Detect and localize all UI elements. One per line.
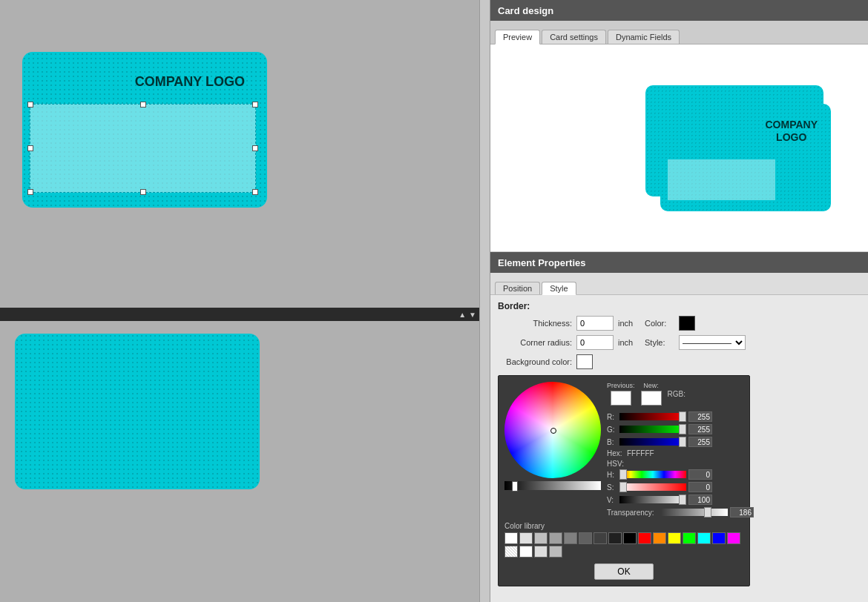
thickness-input[interactable] <box>576 316 614 331</box>
handle-ml[interactable] <box>27 145 33 151</box>
scroll-down-arrow[interactable]: ▼ <box>467 311 478 319</box>
cl-swatch-17[interactable] <box>519 546 533 558</box>
bg-color-swatch[interactable] <box>576 354 593 369</box>
handle-mr[interactable] <box>252 145 258 151</box>
cl-swatch-1[interactable] <box>519 532 533 544</box>
scroll-up-arrow[interactable]: ▲ <box>457 311 467 319</box>
cl-swatch-11[interactable] <box>668 532 681 544</box>
cl-swatch-8[interactable] <box>623 532 637 544</box>
transparency-row: Transparency: <box>607 507 754 517</box>
hsv-s-value[interactable] <box>688 482 712 492</box>
tab-preview[interactable]: Preview <box>495 30 540 44</box>
cl-swatch-2[interactable] <box>534 532 548 544</box>
cp-top: Previous: New: RGB: R: <box>504 382 743 517</box>
rgb-r-row: R: <box>607 411 754 422</box>
handle-tm[interactable] <box>140 102 146 108</box>
cp-new-swatch[interactable] <box>641 391 662 406</box>
cl-swatch-15[interactable] <box>727 532 740 544</box>
top-tabs: Preview Card settings Dynamic Fields <box>490 21 868 44</box>
hsv-h-value[interactable] <box>688 469 712 480</box>
handle-tr[interactable] <box>252 102 258 108</box>
preview-area: COMPANYLOGO <box>490 44 868 252</box>
hsv-v-row: V: <box>607 494 754 505</box>
bottom-card-dots <box>15 334 260 489</box>
border-color-swatch[interactable] <box>679 316 695 331</box>
color-label: Color: <box>645 319 674 328</box>
color-library-label: Color library <box>504 522 743 530</box>
rgb-r-value[interactable] <box>688 411 712 422</box>
tab-position[interactable]: Position <box>495 282 540 294</box>
cp-wheel-container <box>504 382 601 517</box>
handle-tl[interactable] <box>27 102 33 108</box>
card-design-header: Card design <box>490 0 868 21</box>
hsv-s-slider[interactable] <box>619 483 686 491</box>
rgb-r-label: R: <box>607 413 617 421</box>
tab-card-settings[interactable]: Card settings <box>542 30 606 44</box>
cl-swatch-3[interactable] <box>549 532 562 544</box>
transparency-slider[interactable] <box>661 509 728 516</box>
cp-previous-swatch[interactable] <box>611 391 631 406</box>
cp-rgb-title: RGB: <box>668 390 685 398</box>
handle-bl[interactable] <box>27 189 33 195</box>
cl-swatch-14[interactable] <box>712 532 726 544</box>
lightness-thumb <box>512 481 518 492</box>
canvas-scrollbar[interactable] <box>479 0 490 602</box>
hsv-s-label: S: <box>607 483 617 492</box>
rgb-g-value[interactable] <box>688 424 712 434</box>
hsv-v-value[interactable] <box>688 494 712 505</box>
cp-lightness-bar[interactable] <box>504 481 601 490</box>
hsv-h-row: H: <box>607 469 754 480</box>
cl-swatch-10[interactable] <box>653 532 666 544</box>
props-tabs: Position Style <box>490 273 868 295</box>
cl-swatch-5[interactable] <box>579 532 592 544</box>
cp-crosshair <box>550 428 556 434</box>
right-panel: Card design Preview Card settings Dynami… <box>490 0 868 602</box>
rgb-g-slider[interactable] <box>619 426 686 433</box>
cp-new-group: New: <box>641 382 662 406</box>
tab-dynamic-fields[interactable]: Dynamic Fields <box>608 30 680 44</box>
handle-br[interactable] <box>252 189 258 195</box>
cl-swatch-12[interactable] <box>683 532 696 544</box>
tab-style[interactable]: Style <box>542 282 576 295</box>
cp-new-label: New: <box>643 382 659 389</box>
cl-swatch-6[interactable] <box>594 532 607 544</box>
rgb-b-label: B: <box>607 438 617 446</box>
bottom-card[interactable] <box>15 334 260 489</box>
hsv-v-slider[interactable] <box>619 496 686 503</box>
hex-label: Hex: <box>607 449 625 457</box>
cl-swatch-19[interactable] <box>549 546 562 558</box>
rgb-r-slider[interactable] <box>619 413 686 420</box>
rgb-b-value[interactable] <box>688 437 712 447</box>
top-card-area: COMPANY LOGO <box>15 44 297 282</box>
thickness-row: Thickness: inch Color: <box>498 316 861 331</box>
cp-previous-group: Previous: <box>607 382 635 406</box>
color-library: Color library <box>504 522 743 558</box>
top-card[interactable]: COMPANY LOGO <box>22 52 267 208</box>
border-label: Border: <box>498 301 861 311</box>
cl-swatch-9[interactable] <box>638 532 651 544</box>
cp-wheel-area[interactable] <box>504 382 601 478</box>
inner-selected-box[interactable] <box>30 104 256 193</box>
canvas-area[interactable]: COMPANY LOGO ▲ ▼ <box>0 0 490 602</box>
corner-radius-input[interactable] <box>576 335 614 350</box>
rgb-g-label: G: <box>607 426 617 434</box>
color-picker-ok-button[interactable]: OK <box>594 563 653 580</box>
cl-swatch-13[interactable] <box>697 532 711 544</box>
cl-swatch-transparent[interactable] <box>504 546 518 558</box>
cp-prev-new: Previous: New: RGB: <box>607 382 754 406</box>
cl-swatch-18[interactable] <box>534 546 548 558</box>
border-style-select[interactable]: —————— - - - - - - · · · · · · <box>679 335 746 350</box>
handle-bm[interactable] <box>140 189 146 195</box>
hsv-title: HSV: <box>607 460 754 468</box>
rgb-b-slider[interactable] <box>619 438 686 446</box>
color-picker-popup: Previous: New: RGB: R: <box>498 375 750 586</box>
bg-color-row: Background color: <box>498 354 861 369</box>
transparency-value[interactable] <box>730 507 754 517</box>
corner-radius-unit: inch <box>618 338 640 347</box>
transparency-label: Transparency: <box>607 509 659 517</box>
hsv-h-slider[interactable] <box>619 471 686 478</box>
cl-swatch-0[interactable] <box>504 532 518 544</box>
cp-previous-label: Previous: <box>607 382 635 389</box>
cl-swatch-4[interactable] <box>564 532 577 544</box>
cl-swatch-7[interactable] <box>608 532 622 544</box>
